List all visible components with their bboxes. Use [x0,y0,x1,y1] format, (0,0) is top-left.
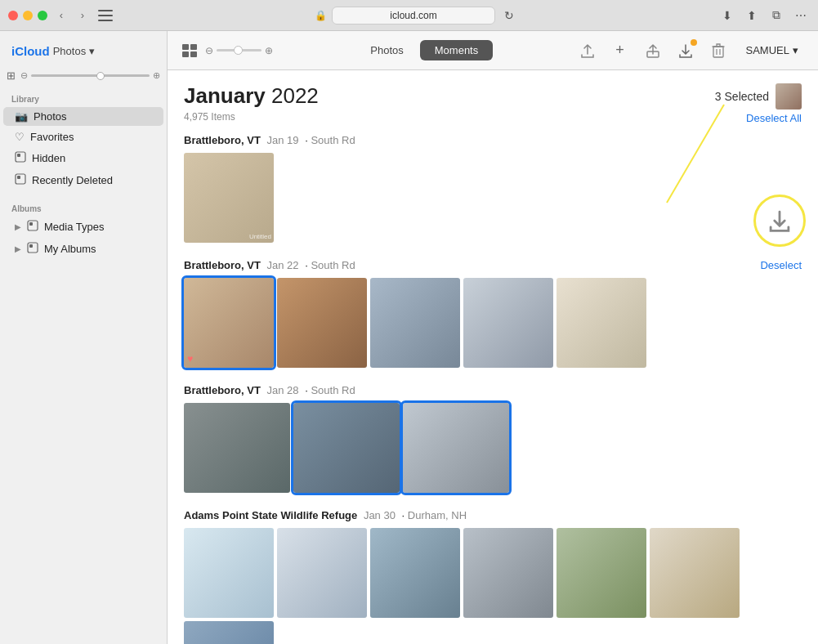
heart-icon: ♡ [15,131,25,143]
photo-thumb[interactable] [184,403,290,493]
minimize-button[interactable] [23,11,33,20]
sidebar-item-hidden[interactable]: Hidden [3,148,163,168]
lock-icon: 🔒 [315,10,327,21]
page-header: January 2022 4,975 Items 3 Selected Dese… [184,83,802,124]
zoom-out-icon[interactable]: ⊖ [20,70,28,81]
zoom-in-icon[interactable]: ⊕ [153,70,160,81]
titlebar-left: ‹ › [8,7,114,25]
expand-arrow-media: ▶ [15,222,21,231]
my-albums-icon [27,242,38,256]
section-brattleboro-jan28: Brattleboro, VT Jan 28 · South Rd [184,384,802,493]
back-button[interactable]: ‹ [54,8,69,23]
section-adams-point-jan30: Adams Point State Wildlife Refuge Jan 30… [184,509,802,644]
selected-count: 3 Selected [715,83,802,110]
sidebar-recently-deleted-label: Recently Deleted [32,174,113,186]
section-header-jan19: Brattleboro, VT Jan 19 · South Rd [184,134,802,146]
duplicate-icon[interactable]: ⧉ [767,7,785,25]
photo-thumb[interactable]: Untitled [184,153,274,243]
photos-icon: 📷 [15,110,28,123]
section-title-jan30: Adams Point State Wildlife Refuge Jan 30… [184,509,467,521]
svg-rect-0 [98,10,113,11]
app-container: iCloud Photos ▾ ⊞ ⊖ ⊕ Library 📷 Photos ♡… [0,31,818,644]
zoom-slider-track[interactable] [31,74,150,77]
deselect-jan22-button[interactable]: Deselect [760,259,802,271]
user-menu[interactable]: SAMUEL ▾ [740,41,805,60]
photo-thumb[interactable] [557,528,646,618]
deselect-all-button[interactable]: Deselect All [746,112,802,124]
main-content: January 2022 4,975 Items 3 Selected Dese… [168,70,818,644]
toolbar-center: Photos Moments [281,40,568,60]
forward-button[interactable]: › [75,8,90,23]
zoom-plus-icon[interactable]: ⊕ [265,45,273,56]
svg-rect-16 [713,47,723,57]
photo-thumb[interactable] [277,278,367,368]
photo-thumb[interactable]: ♥ [184,278,274,368]
photo-thumb[interactable] [557,278,646,368]
upload-button[interactable] [576,39,599,62]
download-button[interactable] [674,39,697,62]
zoom-thumb[interactable] [234,46,243,55]
titlebar: ‹ › 🔒 icloud.com ↻ ⬇ ⬆ ⧉ ⋯ [0,0,818,31]
more-icon[interactable]: ⋯ [792,7,810,25]
sidebar-toggle-icon[interactable]: ⊞ [7,69,16,82]
sidebar-item-media-types[interactable]: ▶ Media Types [3,217,163,237]
svg-rect-11 [182,44,189,50]
zoom-slider-thumb[interactable] [96,72,105,80]
app-name: iCloud [11,44,50,58]
photo-thumb[interactable] [293,403,400,493]
user-label: SAMUEL [746,44,789,56]
section-title-jan19: Brattleboro, VT Jan 19 · South Rd [184,134,355,146]
moments-tab[interactable]: Moments [420,40,493,60]
svg-rect-10 [29,244,33,248]
photo-thumb[interactable] [277,528,367,618]
item-count: 4,975 Items [184,111,319,123]
url-bar[interactable]: icloud.com [332,7,495,25]
download-status-icon[interactable]: ⬇ [718,7,736,25]
photo-thumb[interactable] [403,403,509,493]
sidebar-favorites-label: Favorites [30,131,74,143]
section-header-jan22: Brattleboro, VT Jan 22 · South Rd Desele… [184,259,802,271]
share-icon[interactable]: ⬆ [743,7,761,25]
zoom-control: ⊖ ⊕ [20,70,160,81]
maximize-button[interactable] [38,11,47,20]
layout-icon[interactable] [181,42,199,60]
zoom-slider[interactable] [217,49,261,51]
photo-thumb[interactable] [370,278,460,368]
photos-tab[interactable]: Photos [355,40,418,60]
photo-grid-jan22: ♥ [184,278,802,368]
svg-rect-6 [17,176,20,179]
svg-rect-7 [28,221,38,230]
close-button[interactable] [8,11,18,20]
sidebar-photos-label: Photos [34,110,66,123]
view-controls: ⊞ ⊖ ⊕ [0,69,167,88]
media-types-icon [27,220,38,234]
photo-thumb[interactable] [370,528,460,618]
sidebar-item-recently-deleted[interactable]: Recently Deleted [3,170,163,190]
svg-rect-4 [17,154,20,157]
photo-thumb[interactable] [184,528,274,618]
svg-rect-5 [16,174,25,184]
refresh-button[interactable]: ↻ [500,7,518,25]
add-button[interactable]: + [609,39,632,62]
section-title-jan22: Brattleboro, VT Jan 22 · South Rd [184,259,355,271]
sidebar-item-my-albums[interactable]: ▶ My Albums [3,239,163,259]
sidebar-item-photos[interactable]: 📷 Photos [3,107,163,126]
albums-section-label: Albums [0,198,167,216]
toolbar-right: + SAMUEL ▾ [576,39,805,62]
sidebar-item-favorites[interactable]: ♡ Favorites [3,127,163,146]
sidebar: iCloud Photos ▾ ⊞ ⊖ ⊕ Library 📷 Photos ♡… [0,31,168,644]
share-button[interactable] [641,39,664,62]
app-sub: Photos ▾ [53,45,95,57]
toolbar-left: ⊖ ⊕ [181,42,273,60]
sidebar-toggle-button[interactable] [96,7,114,25]
main-wrapper: ⊖ ⊕ Photos Moments + [168,31,818,644]
zoom-minus-icon[interactable]: ⊖ [205,45,213,56]
photo-thumb[interactable] [463,528,553,618]
delete-button[interactable] [707,39,730,62]
page-title: January 2022 [184,83,319,109]
photo-thumb[interactable] [184,621,274,644]
photo-grid-jan28 [184,403,802,493]
section-header-jan28: Brattleboro, VT Jan 28 · South Rd [184,384,802,396]
photo-thumb[interactable] [463,278,553,368]
photo-thumb[interactable] [650,528,740,618]
